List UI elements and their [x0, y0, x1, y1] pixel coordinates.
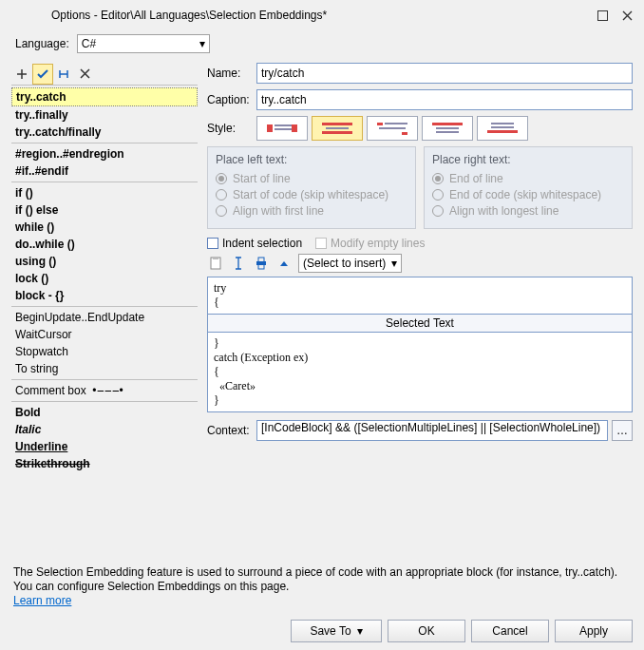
list-item[interactable]: #region..#endregion [11, 145, 198, 162]
place-left-group: Place left text: Start of line Start of … [207, 146, 416, 229]
name-label: Name: [207, 67, 256, 80]
text-icon[interactable] [253, 255, 270, 272]
caption-label: Caption: [207, 93, 256, 106]
list-divider [11, 306, 198, 307]
svg-rect-7 [322, 131, 352, 134]
description-text: The Selection Embedding feature is used … [13, 565, 631, 608]
svg-rect-13 [436, 127, 459, 129]
list-item[interactable]: do..while () [11, 236, 198, 253]
code-top-editor[interactable]: try { [207, 277, 633, 315]
svg-rect-2 [275, 124, 292, 126]
radio-align-first: Align with first line [216, 204, 407, 218]
svg-rect-4 [292, 124, 297, 132]
list-item[interactable]: Underline [11, 438, 198, 455]
close-icon[interactable] [617, 6, 636, 25]
list-item[interactable]: Bold [11, 404, 198, 421]
radio-end-of-code: End of code (skip whitespace) [432, 188, 624, 201]
svg-rect-10 [379, 127, 406, 129]
modify-checkbox [315, 238, 327, 249]
list-item[interactable]: Comment box •‒‒‒• [11, 382, 198, 399]
code-bottom-editor[interactable]: } catch (Exception ex) { «Caret» } [207, 332, 633, 412]
list-item[interactable]: if () [11, 184, 198, 201]
modify-label: Modify empty lines [331, 237, 425, 250]
maximize-icon[interactable] [593, 6, 612, 25]
insert-select[interactable]: (Select to insert) ▾ [298, 254, 402, 273]
indent-checkbox[interactable] [207, 238, 218, 249]
place-right-group: Place right text: End of line End of cod… [424, 146, 633, 229]
language-label: Language: [15, 37, 69, 50]
list-divider [11, 182, 198, 182]
list-item[interactable]: Stopwatch [11, 343, 198, 360]
svg-rect-8 [377, 123, 383, 125]
list-item[interactable]: BeginUpdate..EndUpdate [11, 309, 198, 326]
radio-end-of-line: End of line [432, 172, 624, 185]
list-divider [11, 143, 198, 143]
svg-rect-14 [436, 131, 459, 133]
place-left-title: Place left text: [216, 153, 407, 166]
svg-rect-3 [275, 128, 292, 130]
list-item[interactable]: To string [11, 360, 198, 377]
place-right-title: Place right text: [432, 153, 624, 166]
collapse-icon[interactable] [275, 255, 293, 272]
window-title: Options - Editor\All Languages\Selection… [8, 9, 587, 22]
add-icon[interactable] [11, 64, 32, 85]
name-input[interactable] [256, 63, 633, 84]
caption-input[interactable] [256, 89, 633, 110]
language-select[interactable]: C# ▾ [77, 34, 210, 53]
list-item[interactable]: #if..#endif [11, 162, 198, 180]
learn-more-link[interactable]: Learn more [13, 594, 71, 607]
ok-button[interactable]: OK [388, 620, 465, 642]
svg-rect-19 [213, 257, 218, 259]
svg-rect-11 [402, 132, 407, 135]
svg-rect-15 [491, 123, 514, 124]
svg-rect-6 [326, 127, 349, 129]
apply-button[interactable]: Apply [555, 620, 633, 642]
style-option-1[interactable] [256, 116, 308, 141]
svg-rect-1 [267, 124, 273, 132]
toggle-icon[interactable] [53, 64, 74, 85]
list-item[interactable]: if () else [11, 201, 198, 219]
list-divider [11, 379, 198, 380]
list-item[interactable]: lock () [11, 270, 198, 287]
clipboard-icon[interactable] [207, 255, 224, 272]
context-input[interactable]: [InCodeBlock] && ([SelectionMultipleLine… [256, 420, 608, 441]
list-item[interactable]: block - {} [11, 287, 198, 304]
svg-rect-21 [256, 261, 266, 265]
style-option-4[interactable] [422, 116, 473, 141]
radio-align-longest: Align with longest line [432, 204, 624, 218]
svg-rect-9 [385, 123, 407, 124]
radio-start-of-code: Start of code (skip whitespace) [216, 188, 407, 201]
radio-start-of-line: Start of line [216, 172, 407, 185]
list-item[interactable]: while () [11, 219, 198, 236]
style-option-5[interactable] [477, 116, 528, 141]
list-item[interactable]: try..catch/finally [11, 124, 198, 141]
context-label: Context: [207, 424, 256, 437]
context-more-button[interactable]: … [612, 420, 633, 441]
list-item[interactable]: using () [11, 253, 198, 270]
list-item[interactable]: Strikethrough [11, 455, 198, 472]
embeddings-list: try..catch try..finally try..catch/final… [11, 87, 198, 472]
list-item[interactable]: WaitCursor [11, 326, 198, 343]
list-divider [11, 401, 198, 402]
chevron-down-icon: ▾ [391, 257, 397, 270]
cancel-button[interactable]: Cancel [471, 620, 549, 642]
language-value: C# [82, 37, 96, 50]
svg-rect-17 [487, 130, 518, 133]
style-option-3[interactable] [367, 116, 418, 141]
enabled-icon[interactable] [32, 64, 53, 85]
selected-text-bar: Selected Text [207, 314, 633, 333]
chevron-down-icon: ▾ [357, 624, 363, 638]
style-option-2[interactable] [312, 116, 363, 141]
list-item[interactable]: try..finally [11, 106, 198, 124]
svg-rect-12 [432, 123, 463, 125]
indent-label: Indent selection [222, 237, 302, 250]
cursor-icon[interactable] [230, 255, 247, 272]
list-item[interactable]: Italic [11, 421, 198, 438]
svg-rect-0 [597, 10, 607, 20]
style-label: Style: [207, 122, 256, 135]
save-to-button[interactable]: Save To▾ [291, 620, 382, 642]
svg-rect-16 [491, 126, 514, 128]
list-item[interactable]: try..catch [11, 87, 198, 106]
delete-icon[interactable] [74, 64, 95, 85]
svg-rect-5 [322, 123, 352, 125]
